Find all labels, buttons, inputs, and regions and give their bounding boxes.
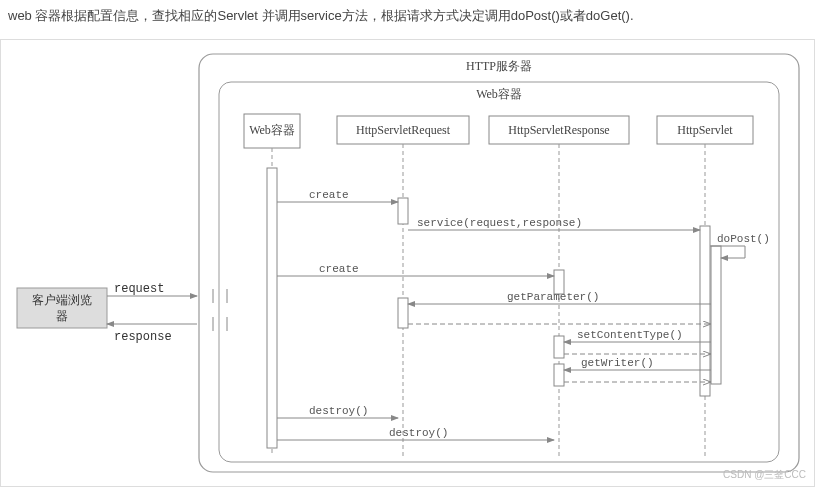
msg-destroy1-label: destroy() bbox=[309, 405, 368, 417]
participant-http-response-label: HttpServletResponse bbox=[508, 123, 609, 137]
client-browser-label-2: 器 bbox=[56, 309, 68, 323]
msg-create1-label: create bbox=[309, 189, 349, 201]
sequence-diagram: HTTP服务器 Web容器 Web容器 HttpServletRequest H… bbox=[0, 39, 815, 487]
activation-response-setct bbox=[554, 336, 564, 358]
watermark: CSDN @三釜CCC bbox=[723, 468, 806, 482]
http-server-title: HTTP服务器 bbox=[466, 59, 532, 73]
msg-dopost-label: doPost() bbox=[717, 233, 770, 245]
msg-getwriter-label: getWriter() bbox=[581, 357, 654, 369]
activation-request-create bbox=[398, 198, 408, 224]
label-request: request bbox=[114, 282, 164, 296]
web-container-title: Web容器 bbox=[476, 87, 522, 101]
participant-http-servlet-label: HttpServlet bbox=[677, 123, 733, 137]
activation-servlet-dopost bbox=[711, 246, 721, 384]
msg-destroy2-label: destroy() bbox=[389, 427, 448, 439]
activation-response-getwriter bbox=[554, 364, 564, 386]
activation-web-container bbox=[267, 168, 277, 448]
caption-text: web 容器根据配置信息，查找相应的Servlet 并调用service方法，根… bbox=[0, 0, 815, 39]
client-browser-label-1: 客户端浏览 bbox=[32, 293, 92, 307]
activation-request-getparam bbox=[398, 298, 408, 328]
msg-setct-label: setContentType() bbox=[577, 329, 683, 341]
msg-service-label: service(request,response) bbox=[417, 217, 582, 229]
msg-create2-label: create bbox=[319, 263, 359, 275]
participant-web-container-label: Web容器 bbox=[249, 123, 295, 137]
diagram-svg: HTTP服务器 Web容器 Web容器 HttpServletRequest H… bbox=[9, 48, 804, 478]
label-response: response bbox=[114, 330, 172, 344]
participant-http-request-label: HttpServletRequest bbox=[356, 123, 451, 137]
msg-getparam-label: getParameter() bbox=[507, 291, 599, 303]
